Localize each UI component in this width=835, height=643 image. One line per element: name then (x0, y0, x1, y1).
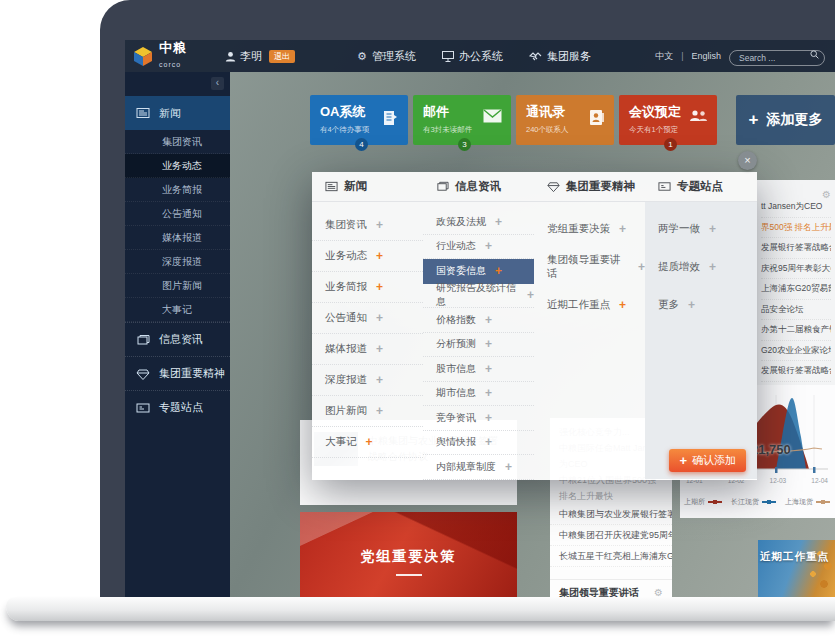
list-item[interactable]: 中粮集团召开庆祝建党95周年表彰大会 (550, 525, 672, 546)
list-item[interactable]: 长城五星干红亮相上海浦东G20贸易部... (550, 546, 672, 567)
news-headline[interactable]: 发展银行签署战略合作... (761, 238, 831, 259)
modal-column-header-group-spirit: 集团重要精神 (534, 172, 645, 201)
addable-item[interactable]: 政策及法规+ (423, 210, 534, 235)
addable-item[interactable]: 提质增效+ (645, 248, 757, 286)
addable-item[interactable]: 近期工作重点+ (534, 286, 645, 324)
sidebar-item-business-brief[interactable]: 业务简报 (125, 178, 230, 202)
addable-item[interactable]: 公告通知+ (312, 303, 423, 334)
addable-item[interactable]: 业务简报+ (312, 272, 423, 303)
badge-count: 3 (458, 138, 471, 151)
addable-item[interactable]: 深度报道+ (312, 365, 423, 396)
modal-column-header-special-sites: 专题站点 (645, 172, 756, 201)
newspaper-icon (136, 106, 150, 120)
addable-item[interactable]: 业务动态+ (312, 241, 423, 272)
sidebar-section-special-sites[interactable]: 专题站点 (125, 390, 230, 424)
monitor-icon (442, 51, 454, 62)
gear-icon[interactable]: ⚙ (654, 580, 663, 597)
news-headline[interactable]: 上海浦东G20贸易部... (761, 279, 831, 300)
addable-item[interactable]: 股市信息+ (423, 357, 534, 382)
addable-item[interactable]: 更多+ (645, 286, 757, 324)
addable-item[interactable]: 内部规章制度+ (423, 455, 534, 480)
lang-zh[interactable]: 中文 (655, 50, 673, 63)
sidebar-item-photo-news[interactable]: 图片新闻 (125, 274, 230, 298)
documents-icon (136, 333, 150, 347)
addable-item[interactable]: 行业动态+ (423, 235, 534, 260)
news-headline[interactable]: 品安全论坛 (761, 300, 831, 321)
modal-column-header-news: 新闻 (312, 172, 423, 201)
legend-item: 长江现货 (731, 497, 776, 507)
user-menu[interactable]: 李明 退出 (225, 49, 295, 64)
plus-icon: + (376, 373, 383, 387)
news-headline[interactable]: G20农业企业家论坛 (761, 341, 831, 362)
sidebar: ‹ 新闻 集团资讯 业务动态 业务简报 公告通知 媒体报道 深度报道 图片新闻 … (125, 72, 230, 597)
plus-icon: + (527, 288, 534, 302)
sidebar-section-information[interactable]: 信息资讯 (125, 322, 230, 356)
addable-item[interactable]: 党组重要决策+ (534, 210, 645, 248)
addable-item[interactable]: 图片新闻+ (312, 396, 423, 427)
addable-item[interactable]: 集团领导重要讲话+ (534, 248, 645, 286)
plus-icon: + (485, 337, 492, 351)
laptop-base (6, 597, 835, 621)
addable-item[interactable]: 舆情快报+ (423, 431, 534, 456)
people-icon (689, 109, 708, 124)
confirm-add-button[interactable]: + 确认添加 (669, 449, 746, 472)
nav-office-system[interactable]: 办公系统 (442, 49, 503, 64)
user-icon (225, 51, 236, 62)
sidebar-item-group-news[interactable]: 集团资讯 (125, 130, 230, 154)
tile-meeting-booking[interactable]: 会议预定 今天有1个预定 1 (619, 95, 717, 145)
news-headline[interactable]: 办第十二届粮食产销协 (761, 320, 831, 341)
gem-icon (136, 367, 150, 381)
tile-mail[interactable]: 邮件 有3封未读邮件 3 (413, 95, 511, 145)
sidebar-item-milestones[interactable]: 大事记 (125, 298, 230, 322)
nav-admin-system[interactable]: ⚙ 管理系统 (357, 49, 416, 64)
sidebar-item-business-updates[interactable]: 业务动态 (125, 154, 230, 178)
news-headline[interactable]: tt Jansen为CEO (761, 197, 831, 218)
sidebar-collapse-button[interactable]: ‹ (211, 77, 224, 90)
tile-add-more[interactable]: + 添加更多 (736, 95, 835, 145)
envelope-icon (483, 109, 502, 123)
lang-en[interactable]: English (691, 51, 721, 61)
plus-icon: + (619, 298, 626, 312)
addable-item[interactable]: 研究报告及统计信息+ (423, 284, 534, 309)
news-headline[interactable]: 庆祝95周年表彰大会 (761, 259, 831, 280)
sidebar-item-notices[interactable]: 公告通知 (125, 202, 230, 226)
logout-button[interactable]: 退出 (269, 50, 295, 63)
search-icon[interactable] (810, 50, 819, 59)
sidebar-item-media-reports[interactable]: 媒体报道 (125, 226, 230, 250)
modal-column-group-spirit: 党组重要决策+ 集团领导重要讲话+ 近期工作重点+ (534, 202, 645, 479)
addable-item[interactable]: 两学一做+ (645, 210, 757, 248)
plus-icon: + (688, 298, 695, 312)
plus-icon: + (376, 280, 383, 294)
addable-item[interactable]: 媒体报道+ (312, 334, 423, 365)
addable-item[interactable]: 集团资讯+ (312, 210, 423, 241)
logo[interactable]: 中粮corco (125, 42, 225, 71)
addable-item[interactable]: 大事记+ (312, 427, 423, 458)
addable-item[interactable]: 分析预测+ (423, 333, 534, 358)
plus-icon: + (709, 260, 716, 274)
tile-oa-system[interactable]: OA系统 有4个待办事项 4 (310, 95, 408, 145)
news-headline[interactable]: 发展银行签署战略合作 (761, 361, 831, 382)
modal-column-header-information: 信息资讯 (423, 172, 534, 201)
list-item[interactable]: 中粮集团与农业发展银行签署战略合作... (550, 504, 672, 525)
gear-icon[interactable]: ⚙ (822, 189, 831, 200)
news-headline[interactable]: 界500强 排名上升最快 (761, 218, 831, 239)
logo-text: 中粮corco (159, 42, 187, 71)
tile-contacts[interactable]: 通讯录 240个联系人 (516, 95, 614, 145)
addable-item-selected[interactable]: 国资委信息+ (423, 259, 534, 284)
recent-priorities-card[interactable]: 近期工作重点 (758, 540, 835, 597)
modal-header: 新闻 信息资讯 集团重要精神 (312, 172, 757, 202)
plus-icon: + (749, 110, 759, 130)
addable-item[interactable]: 期市信息+ (423, 382, 534, 407)
sidebar-item-indepth-reports[interactable]: 深度报道 (125, 250, 230, 274)
modal-close-button[interactable]: × (738, 151, 757, 170)
addable-item[interactable]: 竞争资讯+ (423, 406, 534, 431)
sidebar-section-group-spirit[interactable]: 集团重要精神 (125, 356, 230, 390)
add-sections-modal: 新闻 信息资讯 集团重要精神 (312, 172, 757, 480)
plus-icon: + (485, 435, 492, 449)
right-news-panel: ⚙ tt Jansen为CEO 界500强 排名上升最快 发展银行签署战略合作.… (757, 180, 835, 392)
party-decisions-card[interactable]: 党组重要决策 (300, 512, 517, 597)
modal-column-information: 政策及法规+ 行业动态+ 国资委信息+ 研究报告及统计信息+ 价格指数+ 分析预… (423, 202, 534, 479)
addable-item[interactable]: 价格指数+ (423, 308, 534, 333)
nav-group-services[interactable]: 集团服务 (529, 49, 591, 64)
sidebar-section-news[interactable]: 新闻 (125, 96, 230, 130)
